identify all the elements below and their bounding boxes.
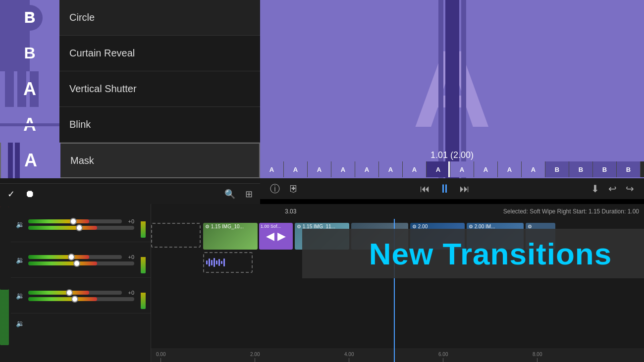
left-panel-controls: ✓ ⏺ 🔍 ⊞ — [0, 183, 260, 204]
timeline-ruler: 0.00 2.00 4.00 6.00 8.00 — [151, 348, 644, 362]
transition-thumb-mask: A — [1, 143, 60, 178]
transition-item-vshutter[interactable]: A Vertical Shutter — [0, 71, 260, 107]
fader-track-1b[interactable] — [28, 226, 134, 230]
mute-icon-1[interactable]: 🔉 — [16, 220, 24, 228]
shield-icon[interactable]: ⛨ — [289, 183, 299, 195]
timeline-timecode: 3.03 — [156, 208, 296, 215]
filmstrip-cell: A — [522, 161, 545, 177]
filmstrip-row: A A A A A A A A A A A A B B B B — [260, 161, 644, 177]
clip-label-1: ⚙ 1.15 IMG_10... — [205, 224, 244, 229]
fader-row-3a: +0 — [28, 290, 134, 296]
right-pb-group: ⬇ ↩ ↪ — [591, 183, 634, 195]
ruler-mark-4: 4.00 — [344, 352, 354, 362]
video-clip-1[interactable]: ⚙ 1.15 IMG_10... — [203, 223, 258, 250]
fader-row-2a: +0 — [28, 254, 134, 260]
audio-track-3: 🔉 +0 — [11, 278, 151, 313]
transition-label-mask: Mask — [60, 155, 94, 166]
undo-icon[interactable]: ↩ — [608, 183, 617, 195]
filmstrip-cell: A — [379, 161, 403, 177]
fader-track-2a[interactable] — [28, 255, 122, 259]
transition-thumb-vshutter: A — [0, 71, 59, 107]
track-area: New Transitions ⚙ 1.15 IMG_10... ◀ ▶ 1.0… — [151, 219, 644, 362]
filmstrip-cell: A — [308, 161, 331, 177]
transition-clip-1[interactable]: ◀ ▶ 1.00 Sof... — [259, 223, 293, 250]
filmstrip-cell-playhead: A — [427, 161, 450, 177]
filmstrip-cell: A — [355, 161, 379, 177]
fader-group-1: +0 — [28, 218, 134, 230]
transition-label-circle: Circle — [59, 12, 95, 23]
filmstrip-cell: B — [617, 161, 641, 177]
ruler-mark-6: 6.00 — [438, 352, 448, 362]
fader-group-3: +0 — [28, 290, 134, 301]
mute-icon-2[interactable]: 🔉 — [16, 256, 24, 264]
info-icon[interactable]: ⓘ — [270, 182, 280, 196]
ruler-label-4: 4.00 — [344, 352, 354, 357]
redo-icon[interactable]: ↪ — [626, 183, 634, 195]
fader-track-1a[interactable] — [28, 219, 122, 223]
timeline-section: 🔉 +0 — [0, 204, 644, 362]
audio-track-1: 🔉 +0 — [11, 207, 151, 242]
timecode-value: 1.01 (2.00) — [430, 150, 474, 160]
vu-vertical-2 — [141, 246, 146, 273]
fader-track-3b[interactable] — [28, 297, 134, 301]
ruler-label-8: 8.00 — [533, 352, 542, 357]
timeline-header: 3.03 Selected: Soft Wipe Right Start: 1.… — [151, 204, 644, 219]
search-icon[interactable]: 🔍 — [224, 189, 235, 200]
audio-dashed-placeholder — [203, 252, 253, 273]
filmstrip-cell: A — [498, 161, 522, 177]
timeline-status: Selected: Soft Wipe Right Start: 1.15 Du… — [503, 208, 644, 215]
fader-db-2: +0 — [124, 254, 134, 260]
master-mute-icon[interactable]: 🔉 — [16, 319, 24, 327]
center-pb-group: ⏮ ⏸ ⏭ — [420, 182, 470, 196]
fader-db-3: +0 — [124, 290, 134, 296]
audio-master: 🔉 — [11, 313, 151, 333]
download-icon[interactable]: ⬇ — [591, 183, 599, 195]
transition-thumb-curtain: B — [0, 36, 59, 71]
audio-mixer: 🔉 +0 — [0, 204, 151, 362]
fader-row-1b — [28, 226, 134, 230]
ruler-label-2: 2.00 — [250, 352, 260, 357]
playback-controls: ⓘ ⛨ ⏮ ⏸ ⏭ ⬇ ↩ ↪ — [260, 178, 644, 199]
transition-item-mask[interactable]: A Mask — [0, 143, 260, 178]
new-transitions-overlay: New Transitions — [302, 229, 644, 278]
ruler-mark-2: 2.00 — [250, 352, 260, 362]
fader-track-2b[interactable] — [28, 261, 134, 265]
waveform-placeholder — [204, 253, 252, 272]
transition-item-circle[interactable]: B B Circle — [0, 0, 260, 36]
vu-vertical-1 — [141, 210, 146, 238]
filmstrip-cell: A — [331, 161, 355, 177]
filmstrip-cell: A — [403, 161, 427, 177]
ruler-mark-8: 8.00 — [533, 352, 542, 362]
transition-label-blink: Blink — [59, 119, 91, 130]
audio-track-2: 🔉 +0 — [11, 242, 151, 278]
transition-label-vshutter: Vertical Shutter — [59, 83, 137, 95]
fader-group-2: +0 — [28, 254, 134, 265]
fader-row-2b — [28, 261, 134, 265]
transition-arrows: ◀ ▶ — [266, 230, 286, 243]
filmstrip-cell: B — [593, 161, 617, 177]
play-pause-button[interactable]: ⏸ — [439, 182, 451, 196]
transition-item-blink[interactable]: A Blink — [0, 107, 260, 143]
ruler-label-6: 6.00 — [438, 352, 448, 357]
prev-button[interactable]: ⏮ — [420, 183, 430, 195]
curtain-letter: B — [24, 44, 35, 62]
filmstrip-playhead — [448, 161, 450, 177]
vu-vertical-3 — [141, 282, 146, 309]
mute-icon-3[interactable]: 🔉 — [16, 292, 24, 300]
transitions-panel: B B Circle B Curtain Reveal — [0, 0, 260, 203]
fader-row-3b — [28, 297, 134, 301]
check-icon[interactable]: ✓ — [7, 189, 15, 200]
dashed-placeholder-left — [151, 223, 201, 248]
master-vu-left — [0, 207, 9, 345]
transition-label-curtain: Curtain Reveal — [59, 48, 135, 59]
filmstrip-cell: B — [569, 161, 593, 177]
record-icon[interactable]: ⏺ — [25, 188, 35, 200]
timecode-display: 1.01 (2.00) — [260, 150, 644, 160]
transition-time: 1.00 Sof... — [261, 224, 281, 229]
next-button[interactable]: ⏭ — [460, 183, 470, 195]
filmstrip-cell: B — [545, 161, 569, 177]
transition-item-curtain[interactable]: B Curtain Reveal — [0, 36, 260, 71]
fader-db-1: +0 — [124, 218, 134, 224]
fader-track-3a[interactable] — [28, 291, 122, 295]
grid-icon[interactable]: ⊞ — [245, 189, 253, 200]
